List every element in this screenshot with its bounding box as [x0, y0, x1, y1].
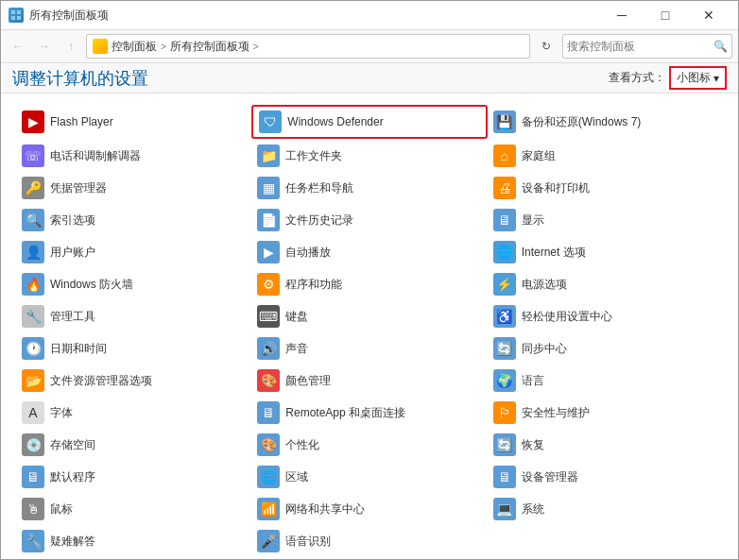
font-icon: A	[22, 401, 44, 424]
control-item-flash[interactable]: ▶Flash Player	[16, 105, 251, 139]
index-icon: 🔍	[22, 209, 44, 231]
control-item-fileexplorer[interactable]: 📂文件资源管理器选项	[16, 365, 251, 396]
control-item-remoteapp[interactable]: 🖥RemoteApp 和桌面连接	[251, 398, 487, 428]
control-item-storage[interactable]: 💿存储空间	[16, 430, 251, 460]
display-label: 显示	[522, 212, 544, 229]
control-item-display[interactable]: 🖥显示	[488, 205, 723, 235]
view-dropdown[interactable]: 小图标 ▾	[669, 66, 727, 90]
sound-label: 声音	[285, 341, 308, 357]
control-item-taskbar[interactable]: ▦任务栏和导航	[251, 173, 487, 203]
control-item-device[interactable]: 🖨设备和打印机	[488, 173, 723, 203]
storage-icon: 💿	[22, 433, 44, 456]
control-item-backup[interactable]: 💾备份和还原(Windows 7)	[488, 105, 723, 139]
control-item-mouse[interactable]: 🖱鼠标	[16, 494, 251, 524]
window-title: 所有控制面板项	[29, 8, 109, 24]
flash-label: Flash Player	[50, 115, 113, 128]
control-item-datetime[interactable]: 🕐日期和时间	[16, 333, 251, 364]
control-item-index[interactable]: 🔍索引选项	[16, 205, 251, 235]
search-icon[interactable]: 🔍	[713, 40, 728, 53]
control-item-workfolder[interactable]: 📁工作文件夹	[251, 141, 487, 171]
minimize-button[interactable]: ─	[600, 1, 644, 29]
mouse-label: 鼠标	[50, 501, 73, 518]
taskbar-icon: ▦	[257, 177, 280, 199]
control-item-user[interactable]: 👤用户账户	[16, 237, 251, 267]
control-item-programs[interactable]: ⚙程序和功能	[251, 269, 487, 299]
svg-rect-1	[17, 10, 21, 14]
control-item-color[interactable]: 🎨颜色管理	[251, 365, 487, 396]
back-button[interactable]: ←	[7, 35, 29, 58]
storage-label: 存储空间	[50, 437, 95, 453]
user-label: 用户账户	[50, 245, 95, 261]
control-item-language[interactable]: 🌍语言	[488, 365, 723, 396]
control-item-trouble[interactable]: 🔧疑难解答	[16, 526, 251, 556]
path-separator-1: >	[161, 42, 166, 52]
datetime-label: 日期和时间	[50, 341, 107, 357]
control-item-recovery[interactable]: 🔄恢复	[488, 430, 723, 460]
control-item-internet[interactable]: 🌐Internet 选项	[488, 237, 723, 267]
admin-label: 管理工具	[50, 309, 95, 325]
speech-label: 语音识别	[285, 534, 331, 550]
mouse-icon: 🖱	[22, 498, 44, 520]
trouble-label: 疑难解答	[50, 534, 95, 550]
homegroup-label: 家庭组	[522, 148, 556, 164]
system-icon: 💻	[493, 498, 516, 520]
control-item-autoplay[interactable]: ▶自动播放	[251, 237, 487, 267]
fileexplorer-icon: 📂	[22, 369, 44, 392]
search-input[interactable]	[567, 40, 713, 53]
firewall-icon: 🔥	[22, 273, 44, 296]
control-item-phone[interactable]: ☏电话和调制解调器	[16, 141, 251, 171]
control-item-firewall[interactable]: 🔥Windows 防火墙	[16, 269, 251, 299]
content-area: ▶Flash Player🛡Windows Defender💾备份和还原(Win…	[1, 93, 738, 559]
forward-button[interactable]: →	[33, 35, 56, 58]
control-item-font[interactable]: A字体	[16, 398, 251, 428]
refresh-button[interactable]: ↻	[534, 34, 559, 59]
control-item-sound[interactable]: 🔊声音	[251, 333, 487, 364]
control-item-speech[interactable]: 🎤语音识别	[251, 526, 487, 556]
security-icon: 🏳	[493, 401, 516, 424]
flash-icon: ▶	[22, 110, 44, 133]
control-item-keyboard[interactable]: ⌨键盘	[251, 301, 487, 331]
autoplay-label: 自动播放	[285, 245, 331, 261]
maximize-button[interactable]: □	[644, 1, 687, 29]
color-label: 颜色管理	[285, 373, 331, 389]
device-label: 设备和打印机	[522, 180, 590, 196]
recovery-icon: 🔄	[493, 433, 516, 456]
control-item-sync[interactable]: 🔄同步中心	[488, 333, 723, 364]
control-item-homegroup[interactable]: ⌂家庭组	[488, 141, 723, 171]
control-item-ease[interactable]: ♿轻松使用设置中心	[488, 301, 723, 331]
phone-label: 电话和调制解调器	[50, 148, 141, 164]
control-item-admin[interactable]: 🔧管理工具	[16, 301, 251, 331]
language-label: 语言	[522, 373, 544, 389]
window-controls: ─ □ ✕	[600, 1, 730, 29]
control-item-region[interactable]: 🌐区域	[251, 462, 487, 492]
control-item-personal[interactable]: 🎨个性化	[251, 430, 487, 460]
sync-icon: 🔄	[493, 337, 516, 360]
search-box[interactable]: 🔍	[562, 34, 732, 59]
control-item-power[interactable]: ⚡电源选项	[488, 269, 723, 299]
remoteapp-icon: 🖥	[257, 401, 280, 424]
page-title: 调整计算机的设置	[12, 67, 148, 90]
control-item-security[interactable]: 🏳安全性与维护	[488, 398, 723, 428]
control-item-credential[interactable]: 🔑凭据管理器	[16, 173, 251, 203]
power-label: 电源选项	[522, 277, 567, 293]
address-path[interactable]: 控制面板 > 所有控制面板项 >	[86, 34, 530, 59]
workfolder-icon: 📁	[257, 144, 280, 167]
control-item-network[interactable]: 📶网络和共享中心	[251, 494, 487, 524]
personal-icon: 🎨	[257, 433, 280, 456]
view-control: 查看方式： 小图标 ▾	[609, 66, 727, 90]
items-grid: ▶Flash Player🛡Windows Defender💾备份和还原(Win…	[16, 105, 723, 556]
control-item-system[interactable]: 💻系统	[488, 494, 723, 524]
control-item-default[interactable]: 🖥默认程序	[16, 462, 251, 492]
control-item-devmgr[interactable]: 🖥设备管理器	[488, 462, 723, 492]
credential-icon: 🔑	[22, 177, 44, 199]
window-icon	[9, 8, 24, 23]
user-icon: 👤	[22, 241, 44, 263]
index-label: 索引选项	[50, 212, 95, 229]
devmgr-icon: 🖥	[493, 466, 516, 488]
filehistory-label: 文件历史记录	[285, 212, 353, 229]
control-item-defender[interactable]: 🛡Windows Defender	[251, 105, 487, 139]
control-item-filehistory[interactable]: 📄文件历史记录	[251, 205, 487, 235]
close-button[interactable]: ✕	[687, 1, 730, 29]
network-label: 网络和共享中心	[285, 501, 365, 518]
up-button[interactable]: ↑	[60, 35, 82, 58]
